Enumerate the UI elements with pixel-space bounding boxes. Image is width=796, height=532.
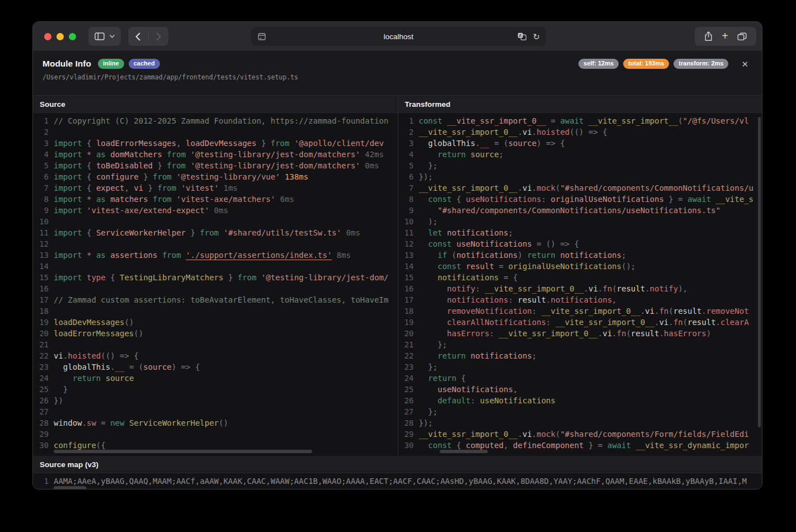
line-number: 18 xyxy=(33,305,54,317)
code-token xyxy=(106,195,110,204)
forward-button[interactable] xyxy=(153,32,164,41)
module-path: /Users/vladimir/Projects/zammad/app/fron… xyxy=(43,73,752,81)
line-number: 4 xyxy=(398,149,419,160)
code-token: import xyxy=(54,161,82,170)
transformed-hscrollbar[interactable] xyxy=(440,450,488,453)
line-number: 22 xyxy=(398,350,419,361)
code-token: '@testing-library/jest-dom/matchers' xyxy=(191,150,360,159)
code-token: sw xyxy=(87,418,96,427)
share-button[interactable] xyxy=(704,31,713,41)
code-line: 29__vite_ssr_import_0__.vi.mock("#shared… xyxy=(398,429,762,440)
sourcemap-hscrollbar[interactable] xyxy=(54,486,86,489)
code-token: = ( xyxy=(489,139,508,148)
line-number: 3 xyxy=(398,138,419,149)
code-token: result xyxy=(631,329,660,338)
code-token: ServiceWorkerHelper xyxy=(129,418,219,427)
code-token: from xyxy=(153,172,172,181)
module-info-header: Module Info inlinecached self: 12mstotal… xyxy=(33,51,762,95)
code-token: } xyxy=(186,228,200,237)
code-token: __vite_ssr_import_0__ xyxy=(541,307,640,316)
code-line: 20 hasErrors: __vite_ssr_import_0__.vi.f… xyxy=(398,328,762,339)
code-token: , xyxy=(176,139,186,148)
line-number: 7 xyxy=(33,182,54,194)
code-token: configure xyxy=(96,172,139,181)
code-token: clearA xyxy=(720,318,749,327)
code-token xyxy=(54,362,63,371)
code-token: __vite_ssr_import_0__ xyxy=(419,183,518,192)
close-icon[interactable]: ✕ xyxy=(738,59,752,69)
code-token: ; xyxy=(621,251,626,260)
code-token: ( xyxy=(612,284,616,293)
code-token: removeNotification xyxy=(447,307,532,316)
code-token: , xyxy=(503,441,513,450)
code-token: __vite_ssr_import_0__ xyxy=(447,116,546,125)
code-token: const xyxy=(419,116,442,125)
transformed-vscrollbar[interactable] xyxy=(758,117,761,427)
page-title: Module Info xyxy=(43,59,91,69)
translate-icon[interactable]: A xyxy=(517,32,526,40)
code-token: type xyxy=(87,273,106,282)
code-token xyxy=(466,150,470,159)
sidebar-toggle-button[interactable] xyxy=(88,27,121,46)
code-token: 138ms xyxy=(280,172,309,181)
code-token: 'vitest' xyxy=(181,183,219,192)
code-line: 12 const useNotifications = () => { xyxy=(398,238,762,249)
code-line: 30 const { computed, defineComponent } =… xyxy=(398,440,762,451)
code-token: hoisted xyxy=(536,128,569,136)
code-token: ( xyxy=(683,318,687,327)
code-token xyxy=(91,195,96,204)
code-token: assertions xyxy=(110,251,157,260)
code-token: import xyxy=(54,273,82,282)
code-token: loadDevMessages xyxy=(186,139,256,148)
code-token: globalThis xyxy=(428,139,475,148)
line-number: 28 xyxy=(33,417,54,429)
code-token xyxy=(419,239,428,248)
reload-icon[interactable]: ↻ xyxy=(533,32,540,41)
code-line: 11import { ServiceWorkerHelper } from '#… xyxy=(33,227,398,238)
code-token: vi xyxy=(54,351,63,360)
address-bar[interactable]: localhost A ↻ xyxy=(251,27,546,46)
code-token: 0ms xyxy=(360,161,379,170)
code-token: let xyxy=(428,228,442,237)
address-bar-actions: A ↻ xyxy=(517,32,540,41)
code-token: = { xyxy=(499,273,518,282)
code-token xyxy=(711,195,715,204)
code-token xyxy=(91,150,96,159)
code-token: mock xyxy=(536,183,555,192)
code-token: useNotifications xyxy=(480,396,555,405)
source-code: 1// Copyright (C) 2012-2025 Zammad Found… xyxy=(33,113,398,451)
tab-overview-button[interactable] xyxy=(737,32,747,41)
code-token: vi xyxy=(522,430,532,439)
code-token: loadDevMessages xyxy=(54,318,124,327)
window-close-button[interactable] xyxy=(44,33,51,40)
code-token: fn xyxy=(602,284,612,293)
code-token: (); xyxy=(621,262,635,271)
code-line: 26 default: useNotifications xyxy=(398,395,762,406)
window-zoom-button[interactable] xyxy=(69,33,76,40)
code-token xyxy=(82,206,87,215)
code-token: { xyxy=(82,183,96,192)
code-token: from xyxy=(157,183,176,192)
code-token: as xyxy=(96,195,106,204)
sourcemap-code: 1AAMA;AAeA,yBAAG,QAAQ,MAAM;AACf,aAAW,KAA… xyxy=(33,473,762,487)
new-tab-button[interactable]: + xyxy=(722,30,728,41)
window-minimize-button[interactable] xyxy=(56,33,64,40)
traffic-lights xyxy=(44,33,76,40)
line-number: 14 xyxy=(398,261,419,272)
code-token: . xyxy=(546,295,550,304)
code-token xyxy=(442,228,447,237)
code-token: : xyxy=(489,329,499,338)
code-line: 19loadDevMessages() xyxy=(33,317,398,328)
source-hscrollbar[interactable] xyxy=(54,450,312,453)
line-number: 23 xyxy=(33,361,54,373)
code-token: ), xyxy=(678,284,687,293)
code-token: hasErrors xyxy=(664,329,706,338)
code-token xyxy=(106,251,110,260)
module-link[interactable]: './support/assertions/index.ts' xyxy=(186,251,332,260)
code-token xyxy=(82,273,87,282)
code-token: clearAllNotifications xyxy=(447,318,546,327)
sourcemap-title: Source map (v3) xyxy=(33,456,762,473)
line-number: 24 xyxy=(33,373,54,384)
back-button[interactable] xyxy=(132,32,144,41)
code-token xyxy=(419,150,438,159)
